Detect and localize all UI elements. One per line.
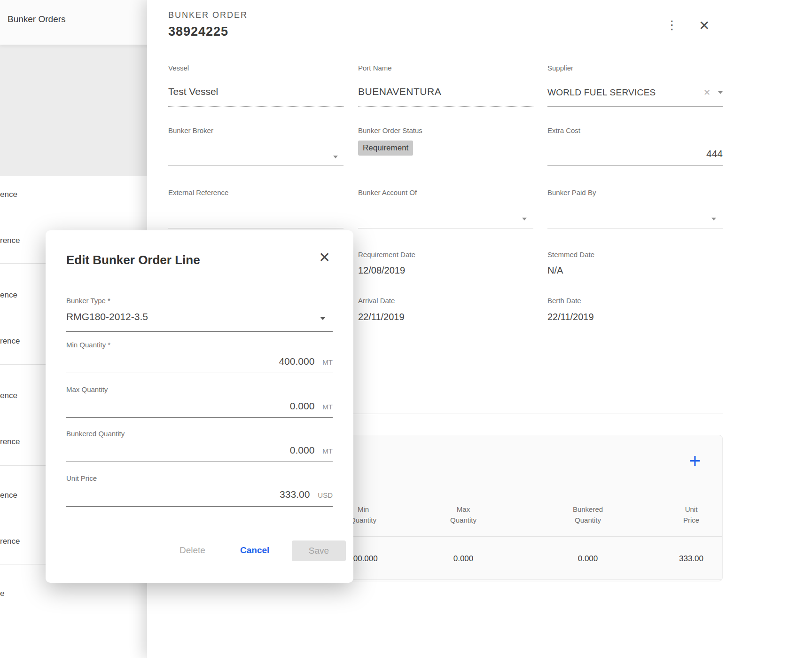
vessel-value[interactable]: Test Vessel [168, 86, 218, 97]
arrival-date-value[interactable]: 22/11/2019 [358, 312, 405, 322]
min-quantity-underline [66, 373, 333, 373]
bunkered-quantity-input[interactable]: 0.000 MT [66, 445, 333, 456]
cancel-button[interactable]: Cancel [240, 545, 269, 556]
max-quantity-underline [66, 417, 333, 418]
list-item[interactable]: ence [0, 290, 17, 300]
port-name-underline [358, 106, 533, 107]
list-item[interactable]: ence [0, 491, 17, 500]
list-item[interactable]: rence [0, 437, 20, 446]
max-quantity-input[interactable]: 0.000 MT [66, 400, 333, 412]
bunker-broker-label: Bunker Broker [168, 126, 213, 134]
requirement-date-label: Requirement Date [358, 251, 415, 258]
kebab-menu-icon[interactable]: ⋮ [666, 18, 678, 32]
extra-cost-value[interactable]: 444 [547, 148, 723, 159]
save-button[interactable]: Save [292, 540, 346, 561]
edit-bunker-order-line-modal: Edit Bunker Order Line ✕ Bunker Type * R… [46, 230, 353, 583]
berth-date-label: Berth Date [547, 297, 581, 305]
delete-button[interactable]: Delete [180, 545, 205, 556]
chevron-down-icon[interactable] [333, 156, 338, 158]
close-icon[interactable]: ✕ [319, 249, 330, 266]
requirement-date-value[interactable]: 12/08/2019 [358, 265, 405, 276]
list-item[interactable]: ence [0, 190, 17, 199]
unit-label: USD [318, 491, 333, 499]
bunkered-quantity-label: Bunkered Quantity [66, 430, 125, 438]
bunker-type-underline [66, 331, 333, 332]
bunkered-quantity-underline [66, 462, 333, 462]
external-reference-underline[interactable] [168, 228, 344, 228]
unit-price-input[interactable]: 333.00 USD [66, 489, 333, 500]
vessel-label: Vessel [168, 64, 189, 72]
min-quantity-input[interactable]: 400.000 MT [66, 356, 333, 367]
chevron-down-icon[interactable] [718, 91, 723, 94]
bunker-order-status-label: Bunker Order Status [358, 126, 422, 134]
table-row-unit-price[interactable]: 333.00 [649, 554, 734, 564]
list-item[interactable]: rence [0, 337, 20, 346]
table-row-max-quantity[interactable]: 0.000 [421, 554, 506, 564]
arrival-date-label: Arrival Date [358, 297, 395, 305]
list-item[interactable]: rence [0, 236, 20, 245]
panel-kicker: BUNKER ORDER [168, 10, 248, 20]
add-line-button[interactable]: + [689, 451, 701, 471]
external-reference-label: External Reference [168, 188, 228, 196]
supplier-underline [547, 106, 723, 107]
unit-label: MT [322, 358, 333, 366]
unit-label: MT [322, 403, 333, 411]
modal-title: Edit Bunker Order Line [66, 253, 200, 267]
port-name-label: Port Name [358, 64, 392, 72]
chevron-down-icon[interactable] [711, 218, 716, 220]
port-name-value[interactable]: BUENAVENTURA [358, 86, 441, 97]
close-icon[interactable]: ✕ [699, 18, 710, 33]
unit-price-underline [66, 506, 333, 507]
stemmed-date-value: N/A [547, 265, 563, 276]
min-quantity-label: Min Quantity * [66, 341, 110, 349]
bunker-account-of-underline[interactable] [358, 228, 533, 228]
col-header-bunkered-quantity: Bunkered Quantity [546, 504, 630, 525]
bunker-account-of-label: Bunker Account Of [358, 188, 417, 196]
stemmed-date-label: Stemmed Date [547, 251, 594, 258]
vessel-underline [168, 106, 344, 107]
bunker-type-label: Bunker Type * [66, 297, 110, 305]
clear-icon[interactable]: ✕ [703, 87, 710, 98]
unit-price-label: Unit Price [66, 474, 97, 482]
supplier-select[interactable]: WORLD FUEL SERVICES ✕ [547, 87, 723, 98]
max-quantity-label: Max Quantity [66, 385, 108, 393]
bunker-type-value[interactable]: RMG180-2012-3.5 [66, 311, 148, 322]
col-header-max-quantity: Max Quantity [421, 504, 506, 525]
bunker-paid-by-underline[interactable] [547, 228, 723, 228]
chevron-down-icon[interactable] [320, 317, 326, 320]
extra-cost-label: Extra Cost [547, 126, 580, 134]
berth-date-value[interactable]: 22/11/2019 [547, 312, 594, 322]
list-item[interactable]: ence [0, 391, 17, 400]
extra-cost-underline [547, 165, 723, 166]
col-header-unit-price: Unit Price [649, 504, 734, 525]
status-badge[interactable]: Requirement [358, 141, 413, 156]
supplier-label: Supplier [547, 64, 573, 72]
unit-label: MT [322, 447, 333, 455]
bunker-broker-underline[interactable] [168, 165, 344, 166]
chevron-down-icon[interactable] [522, 218, 527, 220]
page-title: Bunker Orders [8, 14, 66, 24]
list-item[interactable]: e [0, 589, 4, 598]
table-row-bunkered-quantity[interactable]: 0.000 [546, 554, 630, 564]
bunker-paid-by-label: Bunker Paid By [547, 188, 596, 196]
order-id: 38924225 [168, 24, 228, 39]
supplier-value: WORLD FUEL SERVICES [547, 87, 656, 98]
list-item[interactable]: rence [0, 537, 20, 546]
